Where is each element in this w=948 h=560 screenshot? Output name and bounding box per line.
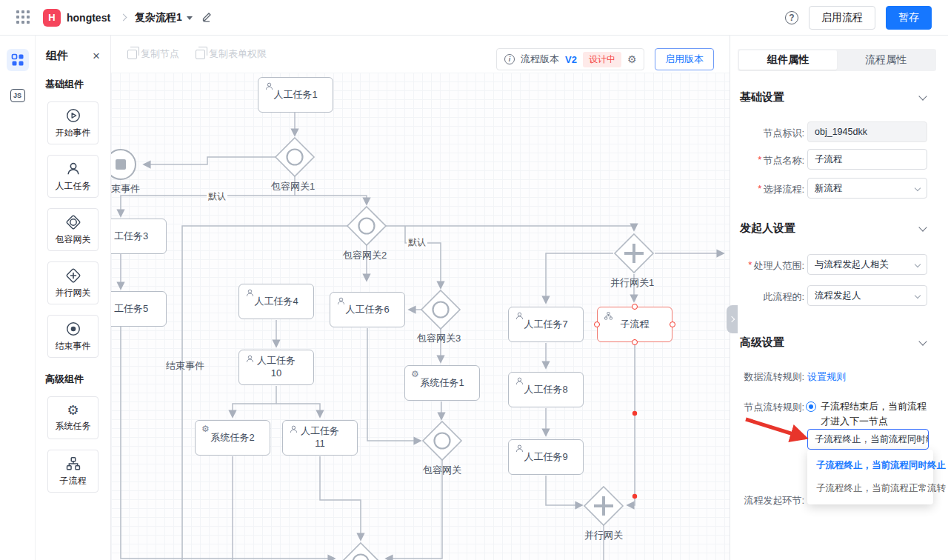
menu-option-continue[interactable]: 子流程终止，当前流程正常流转 [807, 477, 933, 500]
chevron-down-icon[interactable] [187, 16, 193, 20]
menu-option-terminate-both[interactable]: 子流程终止，当前流程同时终止 [807, 454, 933, 477]
subprocess-icon [604, 311, 613, 321]
app-launcher-icon[interactable] [16, 10, 31, 25]
component-end-event[interactable]: 结束事件 [47, 315, 99, 358]
js-panel-icon[interactable]: JS [7, 84, 29, 107]
copy-icon [196, 50, 205, 59]
component-start-event[interactable]: 开始事件 [47, 101, 99, 144]
tab-component-properties[interactable]: 组件属性 [739, 50, 837, 70]
enable-flow-button[interactable]: 启用流程 [809, 6, 875, 30]
gateway-inclusive-bottom[interactable] [340, 541, 381, 560]
gateway-inclusive-3[interactable] [420, 289, 461, 330]
node-user-task-10[interactable]: 人工任务10 [238, 350, 314, 385]
gear-icon: ⚙ [201, 424, 210, 433]
tab-process-properties[interactable]: 流程属性 [837, 50, 935, 70]
radio-option-text[interactable]: 子流程结束后，当前流程才进入下一节点 [821, 399, 933, 428]
this-flow-label: 此流程的: [730, 290, 804, 304]
copy-node-button[interactable]: 复制节点 [127, 47, 179, 61]
panel-collapse-handle[interactable] [727, 305, 738, 333]
subprocess-icon [65, 456, 81, 472]
edge-label-default: 默认 [207, 190, 227, 203]
properties-tabs: 组件属性 流程属性 [738, 49, 936, 71]
select-flow-label: * 选择流程: [730, 183, 804, 196]
edit-icon[interactable] [201, 10, 213, 25]
version-number[interactable]: V2 [565, 54, 577, 65]
gear-icon[interactable]: ⚙ [627, 54, 637, 64]
node-user-task-3[interactable]: 工任务3 [111, 219, 167, 254]
info-icon[interactable]: i [504, 54, 515, 64]
radio-selected[interactable] [806, 401, 816, 412]
node-user-task-8[interactable]: 人工任务8 [508, 372, 584, 407]
this-flow-dropdown[interactable]: 流程发起人 [807, 285, 927, 306]
breadcrumb-separator-icon [120, 14, 127, 21]
node-system-task-1[interactable]: ⚙ 系统任务1 [404, 365, 480, 401]
required-asterisk: * [758, 154, 761, 167]
end-event-label: 束事件 [111, 182, 140, 196]
end-event-floating-label: 结束事件 [166, 359, 204, 373]
component-user-task[interactable]: 人工任务 [47, 155, 99, 198]
version-box: i 流程版本 V2 设计中 ⚙ [496, 48, 644, 70]
gateway-label: 包容网关2 [343, 249, 387, 262]
gateway-parallel-1[interactable] [613, 233, 655, 274]
advanced-components-title: 高级组件 [36, 358, 110, 386]
node-user-task-6[interactable]: 人工任务6 [330, 292, 405, 327]
component-parallel-gateway[interactable]: 并行网关 [47, 261, 99, 304]
copy-form-permission-button[interactable]: 复制表单权限 [196, 47, 267, 61]
avatar[interactable]: H [43, 9, 61, 27]
enable-version-button[interactable]: 启用版本 [655, 48, 714, 70]
node-rule-label: 节点流转规则: [730, 401, 804, 414]
node-user-task-4[interactable]: 人工任务4 [238, 284, 314, 319]
node-user-task-1[interactable]: 人工任务1 [258, 77, 333, 113]
handler-scope-dropdown[interactable]: 与流程发起人相关 [807, 254, 927, 275]
node-subprocess-selected[interactable]: 子流程 [597, 307, 672, 342]
node-system-task-2[interactable]: ⚙ 系统任务2 [195, 420, 270, 456]
flow-title[interactable]: 复杂流程1 [135, 11, 182, 24]
gateway-parallel-2[interactable] [583, 485, 624, 527]
set-rule-link[interactable]: 设置规则 [807, 370, 846, 384]
component-subprocess[interactable]: 子流程 [47, 450, 99, 493]
gateway-label: 包容网关1 [271, 180, 315, 193]
copy-icon [127, 50, 137, 59]
node-handle-left[interactable] [594, 321, 600, 327]
node-user-task-7[interactable]: 人工任务7 [508, 307, 584, 342]
workspace-name[interactable]: hongtest [67, 12, 110, 24]
node-handle-right[interactable] [670, 321, 675, 327]
gateway-label: 包容网关 [423, 464, 461, 477]
node-user-task-5[interactable]: 工任务5 [111, 291, 167, 327]
node-handle-top[interactable] [632, 304, 638, 310]
node-user-task-9[interactable]: 人工任务9 [508, 439, 584, 475]
node-user-task-11[interactable]: 人工任务11 [282, 420, 358, 456]
close-icon[interactable]: × [93, 50, 100, 62]
basic-components-title: 基础组件 [36, 63, 110, 91]
help-icon[interactable]: ? [785, 11, 798, 24]
process-start-label: 流程发起环节: [730, 494, 804, 507]
flow-canvas[interactable]: 复制节点 复制表单权限 i 流程版本 V2 设计中 ⚙ 启用版本 束事件 人工任… [111, 36, 730, 560]
collapse-chevron-icon[interactable] [918, 337, 927, 345]
gateway-inclusive-1[interactable] [274, 136, 316, 178]
component-inclusive-gateway[interactable]: 包容网关 [47, 208, 99, 251]
user-icon [515, 376, 524, 386]
gateway-inclusive-2[interactable] [346, 205, 387, 247]
node-name-input[interactable]: 子流程 [807, 149, 927, 170]
data-rule-label: 数据流转规则: [730, 370, 804, 384]
node-handle-bottom[interactable] [632, 339, 638, 345]
terminate-rule-menu: 子流程终止，当前流程同时终止 子流程终止，当前流程正常流转 [807, 450, 933, 504]
select-flow-dropdown[interactable]: 新流程 [807, 178, 927, 199]
component-system-task[interactable]: ⚙ 系统任务 [47, 396, 99, 439]
workflow-designer: H hongtest 复杂流程1 ? 启用流程 暂存 JS 组件 × 基础组件 [0, 0, 948, 560]
chevron-right-icon [728, 316, 734, 322]
components-library-icon[interactable] [7, 49, 29, 71]
chevron-down-icon [915, 293, 921, 299]
gateway-inclusive-4[interactable] [421, 420, 463, 461]
user-icon [264, 81, 274, 91]
stop-icon [116, 159, 126, 170]
collapse-chevron-icon[interactable] [918, 223, 927, 231]
user-icon [515, 444, 524, 453]
initiator-settings-title: 发起人设置 [740, 221, 795, 236]
breadcrumb[interactable]: 复杂流程1 [135, 11, 193, 24]
system-task-icon: ⚙ [67, 404, 79, 417]
gateway-label: 并行网关 [584, 529, 623, 542]
collapse-chevron-icon[interactable] [918, 92, 927, 100]
save-button[interactable]: 暂存 [886, 6, 932, 30]
terminate-rule-select[interactable]: 子流程终止，当前流程同时终止 [807, 429, 929, 450]
